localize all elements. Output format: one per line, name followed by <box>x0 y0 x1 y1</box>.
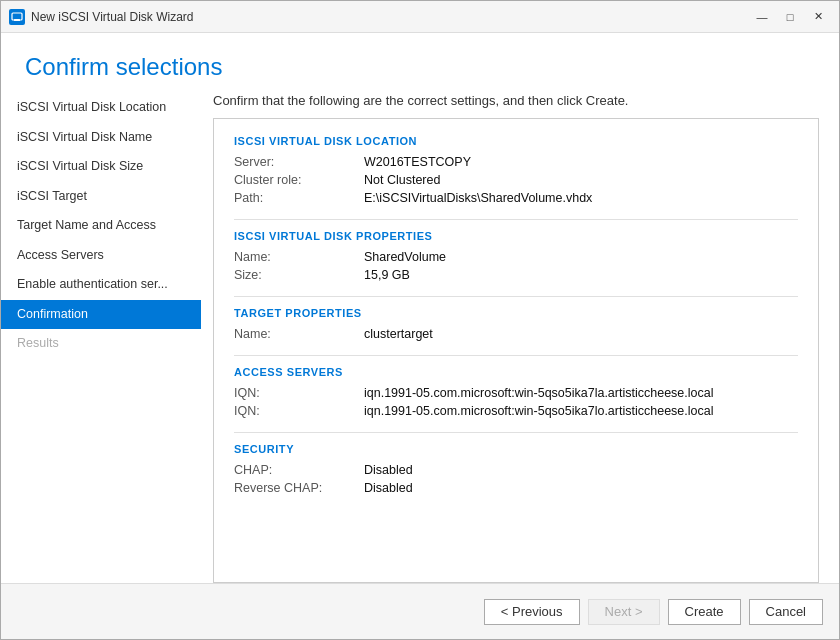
prop-disk-size: Size: 15,9 GB <box>234 268 798 282</box>
prop-value-chap: Disabled <box>364 463 413 477</box>
prop-value-disk-size: 15,9 GB <box>364 268 410 282</box>
prop-disk-name: Name: SharedVolume <box>234 250 798 264</box>
next-button[interactable]: Next > <box>588 599 660 625</box>
title-bar: New iSCSI Virtual Disk Wizard — □ ✕ <box>1 1 839 33</box>
wizard-window: New iSCSI Virtual Disk Wizard — □ ✕ Conf… <box>0 0 840 640</box>
target-properties-heading: TARGET PROPERTIES <box>234 307 798 319</box>
prop-label-iqn-1: IQN: <box>234 386 364 400</box>
prop-chap: CHAP: Disabled <box>234 463 798 477</box>
create-button[interactable]: Create <box>668 599 741 625</box>
prop-cluster-role: Cluster role: Not Clustered <box>234 173 798 187</box>
sidebar-item-disk-size[interactable]: iSCSI Virtual Disk Size <box>1 152 201 182</box>
prop-reverse-chap: Reverse CHAP: Disabled <box>234 481 798 495</box>
prop-iqn-1: IQN: iqn.1991-05.com.microsoft:win-5qso5… <box>234 386 798 400</box>
close-button[interactable]: ✕ <box>805 5 831 29</box>
sidebar-item-disk-name[interactable]: iSCSI Virtual Disk Name <box>1 123 201 153</box>
security-heading: SECURITY <box>234 443 798 455</box>
svg-rect-0 <box>12 13 22 20</box>
previous-button[interactable]: < Previous <box>484 599 580 625</box>
prop-value-target-name: clustertarget <box>364 327 433 341</box>
section-disk-location: ISCSI VIRTUAL DISK LOCATION Server: W201… <box>234 135 798 205</box>
prop-path: Path: E:\iSCSIVirtualDisks\SharedVolume.… <box>234 191 798 205</box>
page-title: Confirm selections <box>25 53 815 81</box>
main-body: iSCSI Virtual Disk Location iSCSI Virtua… <box>1 93 839 583</box>
prop-iqn-2: IQN: iqn.1991-05.com.microsoft:win-5qso5… <box>234 404 798 418</box>
window-controls: — □ ✕ <box>749 5 831 29</box>
app-icon <box>9 9 25 25</box>
page-header: Confirm selections <box>1 33 839 93</box>
sidebar-item-access-servers[interactable]: Access Servers <box>1 241 201 271</box>
prop-target-name: Name: clustertarget <box>234 327 798 341</box>
prop-value-reverse-chap: Disabled <box>364 481 413 495</box>
access-servers-heading: ACCESS SERVERS <box>234 366 798 378</box>
svg-rect-1 <box>14 19 20 21</box>
section-target-properties: TARGET PROPERTIES Name: clustertarget <box>234 307 798 341</box>
prop-label-disk-size: Size: <box>234 268 364 282</box>
sidebar: iSCSI Virtual Disk Location iSCSI Virtua… <box>1 93 201 583</box>
sidebar-item-enable-auth[interactable]: Enable authentication ser... <box>1 270 201 300</box>
prop-value-server: W2016TESTCOPY <box>364 155 471 169</box>
right-panel: Confirm that the following are the corre… <box>201 93 839 583</box>
divider-2 <box>234 296 798 297</box>
section-security: SECURITY CHAP: Disabled Reverse CHAP: Di… <box>234 443 798 495</box>
prop-label-path: Path: <box>234 191 364 205</box>
divider-4 <box>234 432 798 433</box>
sidebar-item-disk-location[interactable]: iSCSI Virtual Disk Location <box>1 93 201 123</box>
minimize-button[interactable]: — <box>749 5 775 29</box>
prop-value-iqn-1: iqn.1991-05.com.microsoft:win-5qso5ika7l… <box>364 386 713 400</box>
prop-label-server: Server: <box>234 155 364 169</box>
section-disk-properties: ISCSI VIRTUAL DISK PROPERTIES Name: Shar… <box>234 230 798 282</box>
prop-value-path: E:\iSCSIVirtualDisks\SharedVolume.vhdx <box>364 191 592 205</box>
content-area: Confirm selections iSCSI Virtual Disk Lo… <box>1 33 839 583</box>
sidebar-item-target-name[interactable]: Target Name and Access <box>1 211 201 241</box>
window-title: New iSCSI Virtual Disk Wizard <box>31 10 749 24</box>
divider-1 <box>234 219 798 220</box>
prop-label-iqn-2: IQN: <box>234 404 364 418</box>
prop-label-chap: CHAP: <box>234 463 364 477</box>
disk-properties-heading: ISCSI VIRTUAL DISK PROPERTIES <box>234 230 798 242</box>
prop-label-target-name: Name: <box>234 327 364 341</box>
details-box: ISCSI VIRTUAL DISK LOCATION Server: W201… <box>213 118 819 583</box>
prop-label-cluster: Cluster role: <box>234 173 364 187</box>
instruction-text: Confirm that the following are the corre… <box>213 93 819 108</box>
maximize-button[interactable]: □ <box>777 5 803 29</box>
sidebar-item-results: Results <box>1 329 201 359</box>
prop-value-disk-name: SharedVolume <box>364 250 446 264</box>
prop-label-disk-name: Name: <box>234 250 364 264</box>
prop-value-cluster: Not Clustered <box>364 173 440 187</box>
disk-location-heading: ISCSI VIRTUAL DISK LOCATION <box>234 135 798 147</box>
divider-3 <box>234 355 798 356</box>
prop-server: Server: W2016TESTCOPY <box>234 155 798 169</box>
cancel-button[interactable]: Cancel <box>749 599 823 625</box>
sidebar-item-confirmation[interactable]: Confirmation <box>1 300 201 330</box>
footer: < Previous Next > Create Cancel <box>1 583 839 639</box>
prop-value-iqn-2: iqn.1991-05.com.microsoft:win-5qso5ika7l… <box>364 404 713 418</box>
section-access-servers: ACCESS SERVERS IQN: iqn.1991-05.com.micr… <box>234 366 798 418</box>
prop-label-reverse-chap: Reverse CHAP: <box>234 481 364 495</box>
sidebar-item-iscsi-target[interactable]: iSCSI Target <box>1 182 201 212</box>
